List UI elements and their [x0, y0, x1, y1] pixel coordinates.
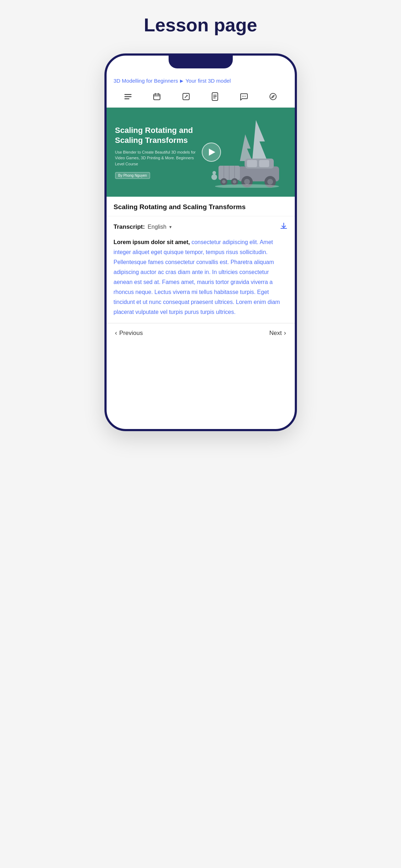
breadcrumb-separator: ▶ — [180, 78, 183, 83]
transcript-bold: Lorem ipsum dolor sit amet, — [114, 239, 190, 245]
previous-button[interactable]: ‹ Previous — [115, 329, 143, 337]
page-title: Lesson page — [144, 14, 257, 36]
chat-icon[interactable] — [237, 90, 250, 103]
video-title: Scaling Rotating and Scaling Transforms — [115, 125, 204, 146]
transcript-label: Transcript: — [114, 223, 145, 231]
svg-point-32 — [211, 174, 217, 180]
svg-point-9 — [270, 93, 276, 100]
breadcrumb-course[interactable]: 3D Modelling for Beginners — [114, 78, 178, 84]
svg-point-21 — [267, 179, 273, 185]
transcript-body: Lorem ipsum dolor sit amet, consectetur … — [114, 237, 288, 317]
edit-icon[interactable] — [180, 90, 192, 103]
calendar-icon[interactable] — [150, 90, 163, 103]
transcript-blue-text: consectetur adipiscing elit. Amet intege… — [114, 239, 280, 315]
svg-marker-12 — [240, 134, 252, 161]
svg-point-30 — [233, 180, 236, 184]
play-icon — [209, 149, 215, 156]
next-label: Next — [269, 330, 282, 337]
svg-point-28 — [222, 180, 226, 184]
next-button[interactable]: Next › — [269, 329, 286, 337]
video-banner: Scaling Rotating and Scaling Transforms … — [107, 108, 295, 197]
transcript-language: English — [148, 224, 166, 230]
svg-marker-10 — [252, 120, 267, 159]
svg-rect-16 — [247, 160, 257, 167]
next-chevron-icon: › — [284, 329, 286, 337]
svg-point-8 — [245, 96, 246, 97]
transcript-header: Transcript: English ▼ — [114, 222, 288, 232]
play-button[interactable] — [202, 143, 221, 162]
download-icon[interactable] — [280, 222, 288, 232]
breadcrumb-current: Your first 3D model — [185, 78, 231, 84]
svg-point-7 — [243, 96, 244, 97]
lesson-title-section: Scaling Rotating and Scaling Transforms — [107, 197, 295, 216]
svg-point-19 — [244, 179, 250, 185]
svg-rect-1 — [124, 96, 132, 97]
breadcrumb: 3D Modelling for Beginners ▶ Your first … — [107, 73, 295, 87]
svg-point-33 — [212, 171, 216, 175]
transcript-language-selector[interactable]: English ▼ — [148, 224, 172, 230]
document-icon[interactable] — [209, 90, 221, 103]
video-text-section: Scaling Rotating and Scaling Transforms … — [115, 125, 204, 179]
svg-rect-2 — [124, 98, 129, 99]
previous-chevron-icon: ‹ — [115, 329, 117, 337]
video-author-badge: By Phong Nguyen — [115, 172, 150, 179]
phone-content: 3D Modelling for Beginners ▶ Your first … — [107, 56, 295, 342]
transcript-section: Transcript: English ▼ Lorem ipsum dolor … — [107, 216, 295, 323]
svg-rect-3 — [154, 94, 160, 100]
svg-point-6 — [242, 96, 243, 97]
lesson-title: Scaling Rotating and Scaling Transforms — [114, 203, 288, 211]
svg-rect-0 — [124, 94, 132, 95]
previous-label: Previous — [119, 330, 143, 337]
phone-frame: 3D Modelling for Beginners ▶ Your first … — [104, 53, 297, 431]
menu-icon[interactable] — [122, 90, 134, 103]
phone-notch — [169, 56, 233, 68]
dropdown-arrow-icon: ▼ — [169, 225, 173, 229]
svg-rect-17 — [259, 160, 269, 167]
toolbar — [107, 87, 295, 108]
video-subtitle: Use Blender to Create Beautiful 3D model… — [115, 149, 204, 167]
bottom-navigation: ‹ Previous Next › — [107, 323, 295, 342]
compass-icon[interactable] — [267, 90, 279, 103]
